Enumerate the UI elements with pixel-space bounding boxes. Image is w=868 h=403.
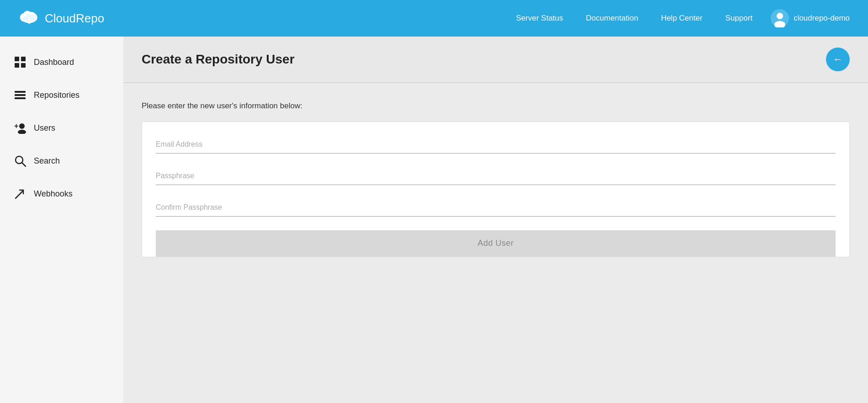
header-nav: Server Status Documentation Help Center … xyxy=(516,14,753,23)
svg-text:+: + xyxy=(14,122,18,130)
sidebar-repositories-label: Repositories xyxy=(34,90,79,100)
repositories-icon xyxy=(14,89,26,101)
sidebar-item-dashboard[interactable]: Dashboard xyxy=(0,46,123,79)
svg-point-12 xyxy=(19,123,25,129)
users-icon: + xyxy=(14,122,26,134)
svg-line-17 xyxy=(16,191,23,198)
nav-help-center[interactable]: Help Center xyxy=(661,14,703,23)
nav-documentation[interactable]: Documentation xyxy=(586,14,638,23)
sidebar-dashboard-label: Dashboard xyxy=(34,58,74,67)
confirm-passphrase-input[interactable] xyxy=(156,199,836,217)
main-layout: Dashboard Repositories + Users xyxy=(0,37,868,403)
form-spacer-1 xyxy=(156,158,836,167)
user-avatar-icon xyxy=(771,9,789,27)
svg-rect-5 xyxy=(15,57,19,61)
email-field-wrapper xyxy=(156,136,836,154)
sidebar-item-webhooks[interactable]: Webhooks xyxy=(0,177,123,210)
svg-rect-10 xyxy=(15,94,26,96)
nav-server-status[interactable]: Server Status xyxy=(516,14,563,23)
sidebar-search-label: Search xyxy=(34,156,60,166)
passphrase-field-wrapper xyxy=(156,167,836,185)
sidebar-item-users[interactable]: + Users xyxy=(0,111,123,144)
form-spacer-2 xyxy=(156,190,836,199)
page-description: Please enter the new user's information … xyxy=(142,101,850,111)
sidebar: Dashboard Repositories + Users xyxy=(0,37,123,403)
page-content: Please enter the new user's information … xyxy=(123,83,868,276)
svg-rect-6 xyxy=(21,57,26,61)
svg-point-1 xyxy=(21,13,26,16)
content-area: Create a Repository User ← Please enter … xyxy=(123,37,868,403)
logo-text: CloudRepo xyxy=(45,11,104,26)
back-arrow-icon: ← xyxy=(833,54,843,64)
svg-rect-8 xyxy=(21,63,26,68)
svg-rect-9 xyxy=(15,91,26,93)
webhooks-icon xyxy=(14,187,26,200)
create-user-form-card: Add User xyxy=(142,122,850,257)
user-menu[interactable]: cloudrepo-demo xyxy=(771,9,850,27)
main-header: CloudRepo Server Status Documentation He… xyxy=(0,0,868,37)
confirm-passphrase-field-wrapper xyxy=(156,199,836,217)
back-button[interactable]: ← xyxy=(826,48,850,71)
sidebar-users-label: Users xyxy=(34,123,55,133)
cloud-logo-icon xyxy=(18,10,40,27)
add-user-button[interactable]: Add User xyxy=(156,230,836,256)
search-icon xyxy=(14,154,26,167)
page-header: Create a Repository User ← xyxy=(123,37,868,83)
sidebar-item-search[interactable]: Search xyxy=(0,144,123,177)
email-input[interactable] xyxy=(156,136,836,154)
svg-line-16 xyxy=(22,163,26,166)
logo[interactable]: CloudRepo xyxy=(18,10,104,27)
dashboard-icon xyxy=(14,56,26,69)
user-name: cloudrepo-demo xyxy=(794,14,850,23)
form-bottom-divider xyxy=(156,256,836,257)
svg-rect-11 xyxy=(15,97,26,99)
page-title: Create a Repository User xyxy=(142,52,295,67)
sidebar-webhooks-label: Webhooks xyxy=(34,189,73,199)
svg-point-3 xyxy=(777,13,783,19)
passphrase-input[interactable] xyxy=(156,167,836,185)
svg-point-13 xyxy=(18,130,26,134)
nav-support[interactable]: Support xyxy=(725,14,753,23)
svg-rect-7 xyxy=(15,63,19,68)
sidebar-item-repositories[interactable]: Repositories xyxy=(0,79,123,111)
